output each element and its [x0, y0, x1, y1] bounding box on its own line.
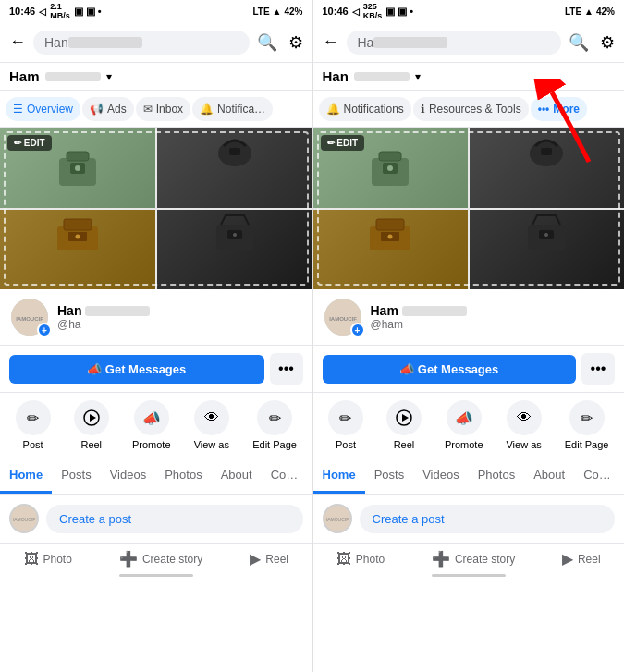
back-button-left[interactable]: ←: [9, 32, 26, 52]
bottom-tab-co-left[interactable]: Co…: [262, 458, 308, 494]
more-opts-button-left[interactable]: •••: [270, 353, 303, 385]
cover-cell-r3: [313, 210, 468, 290]
tab-notifications[interactable]: 🔔 Notifica…: [192, 97, 273, 121]
svg-marker-36: [402, 414, 409, 422]
avatar-plus-right[interactable]: +: [350, 323, 365, 337]
get-messages-button-left[interactable]: 📣 Get Messages: [9, 355, 264, 384]
bottom-tab-about-left[interactable]: About: [212, 458, 262, 494]
search-icon-right[interactable]: 🔍: [569, 32, 589, 53]
tab-resources[interactable]: ℹ Resources & Tools: [413, 97, 529, 121]
search-icon-left[interactable]: 🔍: [257, 32, 277, 53]
bottom-bar-story-left[interactable]: ➕ Create story: [119, 550, 202, 568]
profile-info-left: Han @ha: [57, 303, 303, 331]
viewas-label-left: View as: [194, 439, 229, 450]
svg-text:IAMOUCIF: IAMOUCIF: [13, 517, 35, 522]
bottom-tab-co-right[interactable]: Co…: [574, 458, 620, 494]
photo-label-left: Photo: [43, 553, 72, 566]
bag-image-3: [0, 210, 155, 290]
overview-icon: ☰: [13, 103, 23, 116]
viewas-action-left[interactable]: 👁 View as: [194, 400, 229, 450]
cover-grid-right: [313, 128, 625, 289]
nav-icons-left: 🔍 ⚙: [257, 32, 303, 53]
more-opts-button-right[interactable]: •••: [581, 353, 615, 385]
svg-point-23: [387, 165, 393, 171]
icons-right: ▣ ▣ •: [385, 6, 413, 18]
tab-inbox[interactable]: ✉ Inbox: [136, 97, 190, 121]
reel-action-left[interactable]: Reel: [74, 400, 109, 450]
bottom-tab-home-left[interactable]: Home: [0, 458, 52, 494]
home-indicator-right: [313, 573, 625, 578]
resources-icon: ℹ: [421, 103, 425, 116]
bottom-tab-photos-right[interactable]: Photos: [469, 458, 524, 494]
bottom-tab-about-right[interactable]: About: [524, 458, 574, 494]
time-left: 10:46: [9, 6, 35, 17]
post-action-left[interactable]: ✏ Post: [16, 400, 51, 450]
dropdown-icon-right[interactable]: ▾: [415, 70, 421, 83]
bottom-tab-videos-right[interactable]: Videos: [413, 458, 469, 494]
create-post-box-left[interactable]: Create a post: [46, 505, 303, 533]
dropdown-icon-left[interactable]: ▾: [106, 70, 112, 83]
search-bar-right[interactable]: Ha: [347, 31, 562, 55]
svg-text:IAMOUCIF: IAMOUCIF: [325, 517, 348, 522]
tab-more-label: More: [553, 103, 580, 116]
svg-marker-16: [90, 414, 96, 422]
action-row-left: 📣 Get Messages •••: [0, 346, 312, 393]
battery-right: 42%: [596, 6, 615, 17]
settings-icon-left[interactable]: ⚙: [288, 32, 303, 53]
bottom-bar-reel-right[interactable]: ▶ Reel: [562, 550, 601, 568]
profile-handle-right: @ham: [371, 318, 616, 331]
action-row-right: 📣 Get Messages •••: [313, 346, 625, 393]
tab-ads[interactable]: 📢 Ads: [82, 97, 134, 121]
editpage-action-left[interactable]: ✏ Edit Page: [252, 400, 297, 450]
bottom-bar-photo-right[interactable]: 🖼 Photo: [336, 551, 385, 568]
settings-icon-right[interactable]: ⚙: [600, 32, 615, 53]
edit-badge-left[interactable]: ✏ EDIT: [7, 135, 52, 151]
tab-bar-right: 🔔 Notifications ℹ Resources & Tools ••• …: [313, 91, 625, 128]
bottom-bar-reel-left[interactable]: ▶ Reel: [250, 550, 288, 568]
create-post-box-right[interactable]: Create a post: [360, 505, 616, 533]
bottom-nav-tabs-left: Home Posts Videos Photos About Co…: [0, 458, 312, 495]
profile-section-left: IAMOUCIF + Han @ha: [0, 289, 312, 346]
edit-badge-right[interactable]: ✏ EDIT: [321, 135, 365, 151]
search-bar-left[interactable]: Han: [33, 31, 250, 55]
bottom-bar-left: 🖼 Photo ➕ Create story ▶ Reel: [0, 544, 312, 573]
bottom-bar-photo-left[interactable]: 🖼 Photo: [24, 551, 72, 568]
tab-overview[interactable]: ☰ Overview: [6, 97, 80, 121]
bag-image-r3: [313, 210, 468, 290]
tab-notifications-right[interactable]: 🔔 Notifications: [319, 97, 411, 121]
avatar-plus-left[interactable]: +: [37, 323, 52, 337]
svg-rect-7: [64, 219, 92, 230]
viewas-action-right[interactable]: 👁 View as: [506, 400, 541, 450]
profile-name-right: Ham: [371, 303, 616, 318]
bottom-tab-videos-left[interactable]: Videos: [101, 458, 156, 494]
editpage-icon-right: ✏: [569, 400, 605, 435]
page-name-text-right: Ha: [358, 35, 374, 50]
battery-left: 42%: [284, 6, 302, 17]
bottom-tab-photos-left[interactable]: Photos: [155, 458, 211, 494]
cover-cell-2: [157, 128, 312, 208]
bottom-tab-home-right[interactable]: Home: [313, 458, 365, 494]
page-header-blur-right: [354, 72, 410, 81]
tab-more[interactable]: ••• More: [531, 97, 587, 121]
create-post-avatar-left: IAMOUCIF: [9, 504, 39, 533]
get-messages-button-right[interactable]: 📣 Get Messages: [323, 355, 577, 384]
more-dots-icon: •••: [538, 103, 550, 116]
back-button-right[interactable]: ←: [323, 32, 339, 52]
post-action-right[interactable]: ✏ Post: [328, 400, 363, 450]
reel-action-right[interactable]: Reel: [386, 400, 422, 450]
signal-icon-right: ◁: [352, 6, 360, 17]
promote-action-right[interactable]: 📣 Promote: [445, 400, 483, 450]
post-label-left: Post: [23, 439, 43, 450]
bottom-tab-posts-right[interactable]: Posts: [365, 458, 414, 494]
editpage-label-left: Edit Page: [252, 439, 297, 450]
bottom-tab-posts-left[interactable]: Posts: [52, 458, 101, 494]
profile-handle-left: @ha: [57, 318, 303, 331]
profile-info-right: Ham @ham: [371, 303, 616, 331]
reel-label-left: Reel: [80, 439, 102, 450]
editpage-action-right[interactable]: ✏ Edit Page: [565, 400, 609, 450]
promote-action-left[interactable]: 📣 Promote: [132, 400, 171, 450]
bottom-bar-story-right[interactable]: ➕ Create story: [432, 550, 515, 568]
bag-image-r2: [470, 128, 624, 208]
page-header-right: Han ▾: [313, 63, 625, 91]
status-bar-left: 10:46 ◁ 2.1MB/s ▣ ▣ • LTE ▲ 42%: [0, 0, 312, 22]
